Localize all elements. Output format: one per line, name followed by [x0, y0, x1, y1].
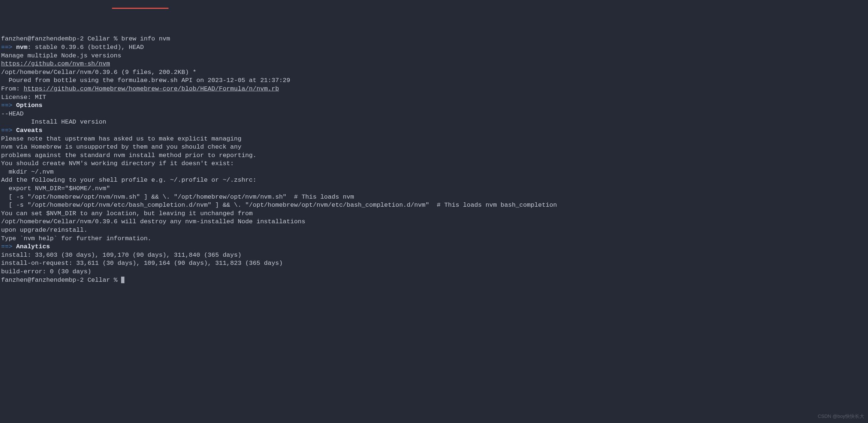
arrow-icon: ==>	[1, 44, 13, 51]
caveats-code: mkdir ~/.nvm	[1, 168, 867, 177]
formula-header: ==> nvm: stable 0.39.6 (bottled), HEAD	[1, 43, 867, 52]
caveats-text: nvm via Homebrew is unsupported by them …	[1, 143, 867, 152]
analytics-install-on-request: install-on-request: 33,611 (30 days), 10…	[1, 259, 867, 268]
homepage-link[interactable]: https://github.com/nvm-sh/nvm	[1, 60, 867, 68]
formula-description: Manage multiple Node.js versions	[1, 52, 867, 60]
caveats-text: You should create NVM's working director…	[1, 160, 867, 168]
caveats-code: [ -s "/opt/homebrew/opt/nvm/etc/bash_com…	[1, 201, 867, 210]
caveats-text: Add the following to your shell profile …	[1, 176, 867, 185]
prompt-user: fanzhen@fanzhendembp-2	[1, 35, 84, 42]
arrow-icon: ==>	[1, 102, 13, 109]
options-title: Options	[16, 102, 42, 109]
command-text: brew info nvm	[121, 35, 170, 42]
poured-info: Poured from bottle using the formulae.br…	[1, 77, 867, 85]
options-header: ==> Options	[1, 102, 867, 110]
formula-version: : stable 0.39.6 (bottled), HEAD	[27, 44, 144, 51]
caveats-title: Caveats	[16, 127, 42, 134]
from-line: From: https://github.com/Homebrew/homebr…	[1, 85, 867, 93]
prompt-symbol: %	[114, 35, 117, 42]
cursor-block	[121, 277, 124, 283]
caveats-text: You can set $NVM_DIR to any location, bu…	[1, 210, 867, 218]
caveats-code: [ -s "/opt/homebrew/opt/nvm/nvm.sh" ] &&…	[1, 193, 867, 202]
formula-source-link[interactable]: https://github.com/Homebrew/homebrew-cor…	[24, 85, 279, 92]
arrow-icon: ==>	[1, 243, 13, 250]
caveats-text: Please note that upstream has asked us t…	[1, 135, 867, 143]
formula-name: nvm	[16, 44, 28, 51]
prompt-user: fanzhen@fanzhendembp-2	[1, 277, 84, 284]
caveats-text: problems against the standard nvm instal…	[1, 152, 867, 160]
prompt-symbol: %	[114, 277, 117, 284]
annotation-underline	[112, 8, 169, 9]
option-head-desc: Install HEAD version	[1, 118, 867, 127]
caveats-code: export NVM_DIR="$HOME/.nvm"	[1, 185, 867, 193]
analytics-header: ==> Analytics	[1, 243, 867, 251]
prompt-line-2[interactable]: fanzhen@fanzhendembp-2 Cellar %	[1, 276, 867, 285]
prompt-dir: Cellar	[88, 277, 110, 284]
analytics-title: Analytics	[16, 243, 50, 250]
watermark-text: CSDN @boy快快长大	[818, 412, 864, 421]
license-line: License: MIT	[1, 93, 867, 102]
install-path: /opt/homebrew/Cellar/nvm/0.39.6 (9 files…	[1, 68, 867, 77]
prompt-dir: Cellar	[88, 35, 110, 42]
caveats-text: /opt/homebrew/Cellar/nvm/0.39.6 will des…	[1, 218, 867, 226]
analytics-build-error: build-error: 0 (30 days)	[1, 268, 867, 276]
prompt-line-1[interactable]: fanzhen@fanzhendembp-2 Cellar % brew inf…	[1, 35, 867, 43]
from-label: From:	[1, 85, 24, 92]
analytics-install: install: 33,603 (30 days), 109,170 (90 d…	[1, 251, 867, 260]
caveats-text: upon upgrade/reinstall.	[1, 226, 867, 235]
arrow-icon: ==>	[1, 127, 13, 134]
caveats-header: ==> Caveats	[1, 127, 867, 135]
caveats-text: Type `nvm help` for further information.	[1, 235, 867, 243]
option-head: --HEAD	[1, 110, 867, 118]
